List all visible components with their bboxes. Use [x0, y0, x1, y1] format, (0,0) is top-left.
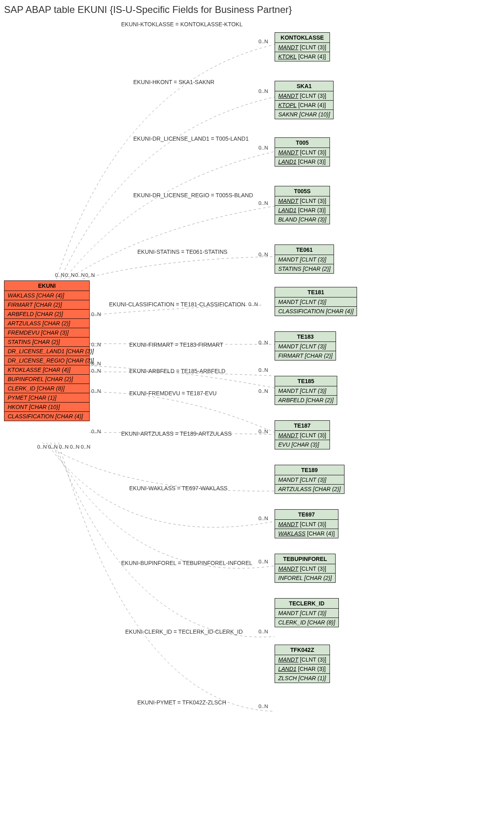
entity-field: CLERK_ID [CHAR (8)] [275, 618, 338, 627]
cardinality-label: 0..N [258, 515, 268, 521]
diagram-title: SAP ABAP table EKUNI {IS-U-Specific Fiel… [4, 4, 292, 15]
cardinality-label: 0..N [258, 628, 268, 635]
cardinality-label: 0..N [65, 272, 75, 278]
cardinality-label: 0..N [258, 339, 268, 346]
relationship-label: EKUNI-PYMET = TFK042Z-ZLSCH [137, 699, 226, 706]
entity-header: KONTOKLASSE [275, 33, 330, 43]
cardinality-label: 0..N [258, 367, 268, 373]
entity-header: TE183 [275, 332, 336, 342]
cardinality-label: 0..N [258, 388, 268, 394]
entity-field: ARTZULASS [CHAR (2)] [4, 319, 89, 328]
entity-field: STATINS [CHAR (2)] [275, 264, 334, 273]
relationship-label: EKUNI-CLASSIFICATION = TE181-CLASSIFICAT… [109, 301, 245, 308]
entity-t005: T005MANDT [CLNT (3)]LAND1 [CHAR (3)] [275, 137, 330, 167]
entity-header: TE061 [275, 245, 334, 255]
entity-field: INFOREL [CHAR (2)] [275, 573, 335, 582]
relationship-label: EKUNI-KTOKLASSE = KONTOKLASSE-KTOKL [121, 21, 243, 27]
entity-field: BLAND [CHAR (3)] [275, 215, 330, 224]
entity-field: MANDT [CLNT (3)] [275, 609, 338, 618]
entity-field: MANDT [CLNT (3)] [275, 148, 330, 157]
entity-field: BUPINFOREL [CHAR (2)] [4, 375, 89, 384]
entity-field: MANDT [CLNT (3)] [275, 431, 330, 440]
cardinality-label: 0..N [91, 368, 101, 374]
cardinality-label: 0..N [55, 272, 65, 278]
relationship-label: EKUNI-STATINS = TE061-STATINS [137, 249, 227, 255]
relationship-label: EKUNI-FIRMART = TE183-FIRMART [129, 342, 223, 348]
cardinality-label: 0..N [258, 200, 268, 206]
entity-ekuni: EKUNI WAKLASS [CHAR (4)]FIRMART [CHAR (2… [4, 280, 90, 421]
entity-field: MANDT [CLNT (3)] [275, 342, 336, 351]
entity-field: MANDT [CLNT (3)] [275, 475, 344, 485]
entity-field: MANDT [CLNT (3)] [275, 91, 333, 101]
entity-field: CLASSIFICATION [CHAR (4)] [275, 307, 357, 316]
entity-field: SAKNR [CHAR (10)] [275, 110, 333, 119]
entity-field: DR_LICENSE_REGIO [CHAR (3)] [4, 356, 89, 365]
relationship-label: EKUNI-WAKLASS = TE697-WAKLASS [129, 485, 227, 491]
entity-field: CLERK_ID [CHAR (8)] [4, 384, 89, 393]
entity-field: WAKLASS [CHAR (4)] [4, 291, 89, 300]
cardinality-label: 0..N [258, 145, 268, 151]
entity-field: KTOKL [CHAR (4)] [275, 52, 330, 61]
entity-field: MANDT [CLNT (3)] [275, 43, 330, 52]
entity-field: MANDT [CLNT (3)] [275, 297, 357, 307]
entity-field: CLASSIFICATION [CHAR (4)] [4, 412, 89, 421]
entity-field: HKONT [CHAR (10)] [4, 403, 89, 412]
cardinality-label: 0..N [91, 361, 101, 367]
cardinality-label: 0..N [70, 444, 80, 450]
entity-field: ZLSCH [CHAR (1)] [275, 674, 330, 683]
entity-te185: TE185MANDT [CLNT (3)]ARBFELD [CHAR (2)] [275, 376, 337, 405]
entity-field: FIRMART [CHAR (2)] [4, 300, 89, 310]
relationship-label: EKUNI-CLERK_ID = TECLERK_ID-CLERK_ID [125, 628, 243, 635]
entity-header: TECLERK_ID [275, 599, 338, 609]
entity-field: LAND1 [CHAR (3)] [275, 206, 330, 215]
entity-te189: TE189MANDT [CLNT (3)]ARTZULASS [CHAR (2)… [275, 465, 344, 494]
entity-header: T005 [275, 138, 330, 148]
entity-field: MANDT [CLNT (3)] [275, 255, 334, 264]
entity-field: MANDT [CLNT (3)] [275, 655, 330, 664]
entity-field: PYMET [CHAR (1)] [4, 393, 89, 403]
cardinality-label: 0..N [85, 272, 95, 278]
cardinality-label: 0..N [91, 342, 101, 348]
entity-header: TFK042Z [275, 645, 330, 655]
entity-header: TEBUPINFOREL [275, 554, 335, 564]
entity-field: KTOKLASSE [CHAR (4)] [4, 365, 89, 375]
entity-header: EKUNI [4, 281, 89, 291]
entity-te061: TE061MANDT [CLNT (3)]STATINS [CHAR (2)] [275, 245, 334, 274]
entity-header: T005S [275, 186, 330, 196]
entity-field: STATINS [CHAR (2)] [4, 337, 89, 347]
cardinality-label: 0..N [48, 444, 58, 450]
entity-field: MANDT [CLNT (3)] [275, 564, 335, 573]
entity-field: FIRMART [CHAR (2)] [275, 351, 336, 360]
cardinality-label: 0..N [91, 428, 101, 434]
entity-field: LAND1 [CHAR (3)] [275, 664, 330, 674]
entity-field: KTOPL [CHAR (4)] [275, 101, 333, 110]
cardinality-label: 0..N [258, 428, 268, 434]
relationship-label: EKUNI-DR_LICENSE_REGIO = T005S-BLAND [133, 192, 253, 198]
entity-header: TE189 [275, 465, 344, 475]
cardinality-label: 0..N [248, 301, 258, 307]
entity-ska1: SKA1MANDT [CLNT (3)]KTOPL [CHAR (4)]SAKN… [275, 81, 334, 119]
entity-field: FREMDEVU [CHAR (3)] [4, 328, 89, 337]
cardinality-label: 0..N [37, 444, 47, 450]
entity-header: TE185 [275, 376, 337, 386]
relationship-label: EKUNI-ARBFELD = TE185-ARBFELD [129, 368, 225, 374]
entity-field: MANDT [CLNT (3)] [275, 386, 337, 396]
relationship-label: EKUNI-ARTZULASS = TE189-ARTZULASS [121, 430, 231, 437]
entity-field: ARBFELD [CHAR (2)] [275, 396, 337, 405]
cardinality-label: 0..N [258, 559, 268, 565]
entity-field: ARBFELD [CHAR (2)] [4, 310, 89, 319]
entity-tebupinforel: TEBUPINFORELMANDT [CLNT (3)]INFOREL [CHA… [275, 554, 336, 583]
entity-t005s: T005SMANDT [CLNT (3)]LAND1 [CHAR (3)]BLA… [275, 186, 330, 224]
entity-field: DR_LICENSE_LAND1 [CHAR (3)] [4, 347, 89, 356]
relationship-label: EKUNI-FREMDEVU = TE187-EVU [129, 390, 216, 396]
entity-header: TE187 [275, 421, 330, 431]
cardinality-label: 0..N [91, 311, 101, 317]
entity-te697: TE697MANDT [CLNT (3)]WAKLASS [CHAR (4)] [275, 509, 338, 538]
entity-te187: TE187MANDT [CLNT (3)]EVU [CHAR (3)] [275, 420, 330, 449]
entity-te181: TE181MANDT [CLNT (3)]CLASSIFICATION [CHA… [275, 287, 357, 316]
cardinality-label: 0..N [258, 251, 268, 257]
cardinality-label: 0..N [258, 88, 268, 94]
entity-kontoklasse: KONTOKLASSEMANDT [CLNT (3)]KTOKL [CHAR (… [275, 32, 330, 61]
entity-field: ARTZULASS [CHAR (2)] [275, 485, 344, 493]
entity-header: SKA1 [275, 81, 333, 91]
